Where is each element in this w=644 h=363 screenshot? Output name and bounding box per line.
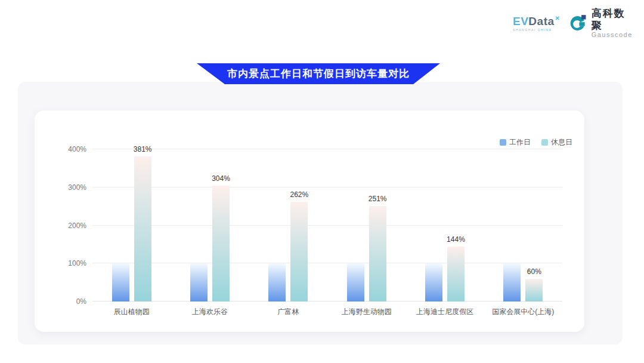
bar-休息日[interactable] <box>369 206 386 302</box>
y-axis-tick-label: 100% <box>68 259 86 267</box>
gausscode-g-icon <box>568 13 587 33</box>
y-axis-tick-label: 300% <box>68 183 86 192</box>
bar-chart-plot: 0%100%200%300%400%381%辰山植物园304%上海欢乐谷262%… <box>92 149 562 302</box>
y-axis-tick-label: 0% <box>76 297 86 306</box>
bar-休息日[interactable] <box>525 279 543 302</box>
evdata-logo: EVData✕ SHANGHAI CHINA <box>513 16 559 32</box>
y-axis-tick-label: 400% <box>68 145 86 153</box>
bar-value-label: 262% <box>290 190 308 199</box>
gausscode-en-name: Gausscode <box>592 31 636 39</box>
x-axis-category-label: 广富林 <box>277 307 299 317</box>
category-group: 304%上海欢乐谷 <box>171 149 249 302</box>
category-group: 381%辰山植物园 <box>92 149 171 302</box>
category-group: 60%国家会展中心(上海) <box>484 149 562 302</box>
bar-value-label: 60% <box>527 267 541 276</box>
bar-wrap: 144% <box>447 149 465 302</box>
evdata-tagline-right: CHINA <box>538 28 552 32</box>
bar-工作日[interactable] <box>190 263 208 302</box>
bar-wrap: 60% <box>525 149 543 302</box>
legend-item-休息日[interactable]: 休息日 <box>541 137 572 147</box>
bar-工作日[interactable] <box>112 263 129 302</box>
chart-card: 工作日休息日 0%100%200%300%400%381%辰山植物园304%上海… <box>35 110 584 332</box>
legend-label: 工作日 <box>509 137 531 147</box>
gausscode-cn-name: 高科数聚 <box>592 8 636 31</box>
gausscode-text: 高科数聚 Gausscode <box>592 8 636 39</box>
bar-工作日[interactable] <box>425 263 442 302</box>
bar-休息日[interactable] <box>290 202 308 302</box>
bar-wrap <box>190 149 208 302</box>
bar-wrap: 304% <box>212 149 230 302</box>
evdata-ev-text: EV <box>513 15 528 27</box>
legend-label: 休息日 <box>551 137 572 147</box>
bar-groups: 381%辰山植物园304%上海欢乐谷262%广富林251%上海野生动物园144%… <box>92 149 562 302</box>
bar-休息日[interactable] <box>212 186 230 302</box>
bar-value-label: 304% <box>212 174 230 183</box>
x-axis-category-label: 辰山植物园 <box>114 307 150 317</box>
bar-wrap <box>268 149 286 302</box>
bar-wrap <box>112 149 129 302</box>
chart-legend: 工作日休息日 <box>500 137 572 147</box>
category-group: 251%上海野生动物园 <box>327 149 405 302</box>
bar-value-label: 381% <box>134 145 152 153</box>
x-axis-category-label: 上海野生动物园 <box>342 307 392 317</box>
evdata-wordmark: EVData✕ <box>513 16 559 27</box>
bar-工作日[interactable] <box>347 263 364 302</box>
x-axis-category-label: 上海欢乐谷 <box>192 307 228 317</box>
y-axis-tick-label: 200% <box>68 222 86 230</box>
bar-value-label: 251% <box>369 195 387 203</box>
bar-wrap: 381% <box>134 149 151 302</box>
bar-休息日[interactable] <box>134 156 151 302</box>
header-logos: EVData✕ SHANGHAI CHINA 高科数聚 Gausscode <box>513 11 636 36</box>
bar-wrap <box>503 149 521 302</box>
bar-工作日[interactable] <box>268 263 286 302</box>
bar-value-label: 144% <box>447 235 465 244</box>
bar-wrap <box>347 149 364 302</box>
legend-item-工作日[interactable]: 工作日 <box>500 137 531 147</box>
x-axis-category-label: 上海迪士尼度假区 <box>416 307 473 317</box>
x-axis-category-label: 国家会展中心(上海) <box>492 307 554 317</box>
evdata-data-text: Data <box>528 15 554 27</box>
bar-休息日[interactable] <box>447 247 465 302</box>
legend-swatch <box>541 139 548 146</box>
category-group: 262%广富林 <box>249 149 327 302</box>
title-banner: 市内景点工作日和节假日到访车量对比 <box>197 63 440 84</box>
category-group: 144%上海迪士尼度假区 <box>405 149 484 302</box>
gausscode-logo: 高科数聚 Gausscode <box>568 8 636 39</box>
bar-wrap: 262% <box>290 149 308 302</box>
bar-工作日[interactable] <box>503 263 521 302</box>
evdata-tagline: SHANGHAI CHINA <box>513 29 559 32</box>
evdata-x-icon: ✕ <box>555 15 561 21</box>
bar-wrap: 251% <box>369 149 386 302</box>
bar-wrap <box>425 149 442 302</box>
page-title: 市内景点工作日和节假日到访车量对比 <box>227 67 410 81</box>
legend-swatch <box>500 139 506 146</box>
evdata-tagline-left: SHANGHAI <box>513 28 538 32</box>
